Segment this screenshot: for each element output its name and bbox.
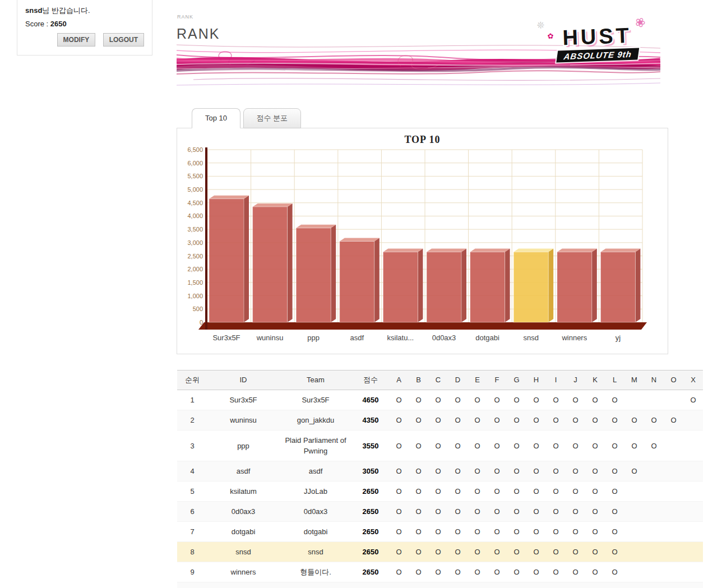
challenge-mark-cell: O — [624, 461, 644, 481]
score-line: Score : 2650 — [25, 20, 144, 28]
challenge-mark-cell: O — [468, 562, 487, 582]
challenge-mark-cell — [664, 582, 683, 588]
challenge-mark-cell: O — [585, 582, 605, 588]
challenge-mark-cell: O — [526, 410, 546, 430]
challenge-mark-cell: O — [605, 390, 624, 410]
chart-panel: TOP 10 05001,0001,5002,0002,5003,0003,50… — [177, 128, 668, 354]
challenge-mark-cell: O — [585, 430, 605, 461]
username: snsd — [25, 6, 42, 15]
x-axis-label: ppp — [307, 334, 320, 342]
svg-text:1,500: 1,500 — [187, 279, 203, 286]
rank-cell: 6 — [177, 502, 207, 522]
challenge-mark-cell: O — [468, 582, 487, 588]
challenge-mark-cell: O — [389, 481, 409, 502]
challenge-mark-cell: O — [468, 461, 487, 481]
id-cell: 0d0ax3 — [207, 502, 279, 522]
challenge-mark-cell: O — [428, 562, 448, 582]
challenge-mark-cell: O — [526, 390, 546, 410]
id-cell: Sur3x5F — [207, 390, 279, 410]
rank-cell: 3 — [177, 430, 207, 461]
challenge-mark-cell — [624, 582, 644, 588]
challenge-mark-cell — [664, 542, 683, 562]
challenge-mark-cell: O — [468, 542, 487, 562]
svg-text:3,500: 3,500 — [187, 226, 203, 233]
svg-text:2,500: 2,500 — [187, 253, 203, 260]
column-header-X: X — [683, 371, 703, 390]
banner: ❀ ✿ ❊ HUST ABSOLUTE 9th — [177, 38, 660, 92]
team-cell: Plaid Parliament of Pwning — [279, 430, 352, 461]
bar-winners — [557, 248, 597, 322]
challenge-mark-cell: O — [605, 502, 624, 522]
challenge-mark-cell: O — [487, 562, 507, 582]
rank-table: 순위IDTeam점수ABCDEFGHIJKLMNOX 1Sur3x5FSur3x… — [177, 370, 703, 588]
challenge-mark-cell: O — [468, 390, 487, 410]
logout-button[interactable]: LOGOUT — [103, 33, 144, 47]
challenge-mark-cell — [683, 410, 703, 430]
challenge-mark-cell: O — [605, 542, 624, 562]
challenge-mark-cell: O — [389, 430, 409, 461]
challenge-mark-cell: O — [507, 502, 526, 522]
challenge-mark-cell: O — [507, 461, 526, 481]
tab-top10[interactable]: Top 10 — [192, 108, 240, 128]
rank-cell: 7 — [177, 522, 207, 542]
challenge-mark-cell: O — [468, 481, 487, 502]
team-cell: yj — [279, 582, 352, 588]
table-row-ppp: 3pppPlaid Parliament of Pwning3550OOOOOO… — [177, 430, 703, 461]
challenge-mark-cell: O — [624, 430, 644, 461]
challenge-mark-cell — [644, 502, 664, 522]
tab-score-distribution[interactable]: 점수 분포 — [243, 108, 302, 128]
rank-cell: 4 — [177, 461, 207, 481]
challenge-mark-cell: O — [605, 430, 624, 461]
score-value: 2650 — [50, 20, 67, 28]
score-cell: 2650 — [352, 542, 389, 562]
svg-text:3,000: 3,000 — [187, 239, 203, 246]
challenge-mark-cell: O — [428, 542, 448, 562]
challenge-mark-cell — [683, 562, 703, 582]
x-axis-label: yj — [616, 334, 621, 342]
challenge-mark-cell: O — [448, 582, 468, 588]
challenge-mark-cell: O — [409, 390, 428, 410]
rank-cell: 5 — [177, 481, 207, 502]
challenge-mark-cell: O — [409, 562, 428, 582]
challenge-mark-cell: O — [566, 502, 585, 522]
table-row-snsd: 8snsdsnsd2650OOOOOOOOOOOO — [177, 542, 703, 562]
challenge-mark-cell: O — [468, 430, 487, 461]
y-axis — [205, 147, 207, 330]
column-header-B: B — [409, 371, 428, 390]
challenge-mark-cell — [624, 390, 644, 410]
challenge-mark-cell: O — [428, 461, 448, 481]
flower-icon: ✿ — [547, 32, 553, 40]
challenge-mark-cell — [644, 461, 664, 481]
challenge-mark-cell: O — [526, 582, 546, 588]
challenge-mark-cell: O — [507, 481, 526, 502]
bar-asdf — [340, 238, 380, 322]
challenge-mark-cell: O — [546, 410, 566, 430]
challenge-mark-cell: O — [428, 410, 448, 430]
challenge-mark-cell: O — [605, 461, 624, 481]
table-row-asdf: 4asdfasdf3050OOOOOOOOOOOOO — [177, 461, 703, 481]
svg-text:4,500: 4,500 — [187, 200, 203, 206]
table-row-wuninsu: 2wuninsugon_jakkdu4350OOOOOOOOOOOOOOO — [177, 410, 703, 430]
tab-bar: Top 10 점수 분포 — [177, 108, 301, 128]
challenge-mark-cell: O — [566, 522, 585, 542]
team-cell: gon_jakkdu — [279, 410, 352, 430]
rank-cell: 2 — [177, 410, 207, 430]
challenge-mark-cell: O — [507, 562, 526, 582]
column-header-E: E — [468, 371, 487, 390]
challenge-mark-cell: O — [428, 481, 448, 502]
bar-ppp — [296, 225, 336, 322]
svg-text:5,500: 5,500 — [187, 173, 203, 179]
challenge-mark-cell — [624, 562, 644, 582]
score-cell: 2650 — [352, 582, 389, 588]
rank-cell: 1 — [177, 390, 207, 410]
challenge-mark-cell: O — [389, 562, 409, 582]
challenge-mark-cell: O — [526, 562, 546, 582]
chart-floor — [198, 322, 647, 330]
challenge-mark-cell: O — [448, 461, 468, 481]
bar-snsd — [513, 248, 553, 322]
column-header-H: H — [526, 371, 546, 390]
challenge-mark-cell — [644, 542, 664, 562]
challenge-mark-cell: O — [409, 481, 428, 502]
modify-button[interactable]: MODIFY — [57, 33, 96, 47]
challenge-mark-cell: O — [585, 410, 605, 430]
